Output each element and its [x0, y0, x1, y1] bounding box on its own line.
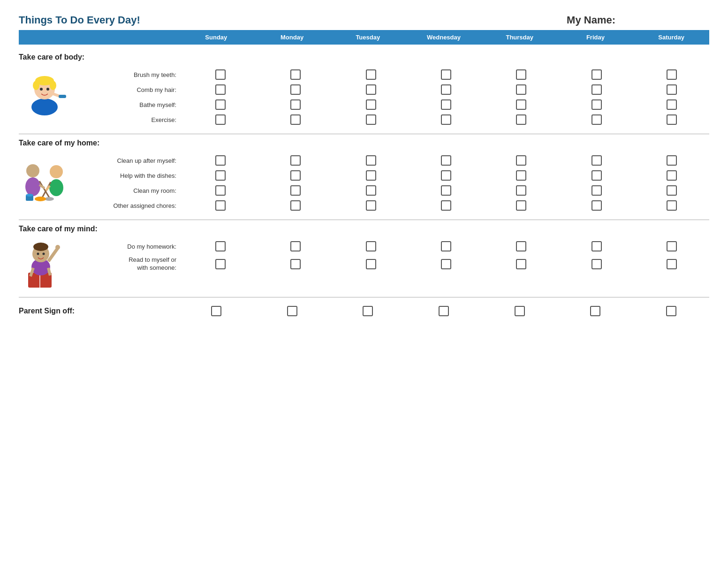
checkbox-homework-mon[interactable]	[258, 241, 333, 251]
checkbox-cleanup-thu[interactable]	[484, 155, 559, 166]
task-row-chores: Other assigned chores:	[75, 198, 709, 213]
checkbox-cleanroom-mon[interactable]	[258, 185, 333, 196]
checkbox-comb-hair-mon[interactable]	[258, 84, 333, 95]
checkbox-comb-hair-sun[interactable]	[183, 84, 258, 95]
checkbox-signoff-tue[interactable]	[330, 306, 406, 316]
checkbox-cleanroom-sat[interactable]	[634, 185, 709, 196]
checkbox-chores-tue[interactable]	[334, 200, 409, 211]
checkbox-homework-wed[interactable]	[409, 241, 484, 251]
checkbox-bathe-sun[interactable]	[183, 99, 258, 110]
checkbox-cleanup-sun[interactable]	[183, 155, 258, 166]
checkbox-comb-hair-thu[interactable]	[484, 84, 559, 95]
task-label-homework: Do my homework:	[75, 243, 183, 250]
checkbox-brush-teeth-fri[interactable]	[559, 69, 634, 80]
checkbox-signoff-thu[interactable]	[482, 306, 558, 316]
checkbox-cleanroom-tue[interactable]	[334, 185, 409, 196]
checkbox-cleanroom-wed[interactable]	[409, 185, 484, 196]
checkbox-cleanup-fri[interactable]	[559, 155, 634, 166]
checkbox-chores-wed[interactable]	[409, 200, 484, 211]
checkbox-chores-thu[interactable]	[484, 200, 559, 211]
checkbox-dishes-sun[interactable]	[183, 170, 258, 181]
checkbox-homework-tue[interactable]	[334, 241, 409, 251]
checkbox-bathe-tue[interactable]	[334, 99, 409, 110]
checkbox-signoff-wed[interactable]	[406, 306, 482, 316]
svg-point-13	[26, 164, 39, 177]
task-label-read: Read to myself orwith someone:	[75, 256, 183, 272]
checkbox-comb-hair-wed[interactable]	[409, 84, 484, 95]
checkbox-comb-hair-fri[interactable]	[559, 84, 634, 95]
checkbox-exercise-sat[interactable]	[634, 114, 709, 125]
day-header-sunday: Sunday	[178, 32, 254, 43]
svg-point-0	[31, 99, 58, 115]
checkbox-dishes-mon[interactable]	[258, 170, 333, 181]
checkbox-cleanup-tue[interactable]	[334, 155, 409, 166]
checkbox-read-mon[interactable]	[258, 259, 333, 269]
checkbox-chores-fri[interactable]	[559, 200, 634, 211]
checkbox-homework-thu[interactable]	[484, 241, 559, 251]
checkbox-brush-teeth-sun[interactable]	[183, 69, 258, 80]
checkbox-chores-sun[interactable]	[183, 200, 258, 211]
checkbox-brush-teeth-tue[interactable]	[334, 69, 409, 80]
mind-icon	[19, 239, 70, 290]
checkbox-dishes-thu[interactable]	[484, 170, 559, 181]
checkbox-dishes-fri[interactable]	[559, 170, 634, 181]
checkbox-bathe-sat[interactable]	[634, 99, 709, 110]
checkbox-comb-hair-sat[interactable]	[634, 84, 709, 95]
task-label-bathe: Bathe myself:	[75, 101, 183, 108]
checkbox-chores-mon[interactable]	[258, 200, 333, 211]
checkbox-exercise-sun[interactable]	[183, 114, 258, 125]
checkbox-brush-teeth-wed[interactable]	[409, 69, 484, 80]
task-row-bathe: Bathe myself:	[75, 97, 709, 112]
svg-line-22	[46, 186, 50, 190]
checkbox-brush-teeth-sat[interactable]	[634, 69, 709, 80]
checkbox-cleanup-wed[interactable]	[409, 155, 484, 166]
section-home-content: Clean up after myself: Help with the dis…	[19, 153, 709, 213]
checkbox-bathe-mon[interactable]	[258, 99, 333, 110]
checkbox-read-thu[interactable]	[484, 259, 559, 269]
checkbox-dishes-wed[interactable]	[409, 170, 484, 181]
home-icon	[19, 153, 70, 205]
svg-point-21	[35, 197, 46, 201]
checkbox-read-wed[interactable]	[409, 259, 484, 269]
checkbox-homework-fri[interactable]	[559, 241, 634, 251]
section-body: Take care of body:	[19, 53, 709, 127]
divider-2	[19, 220, 709, 220]
parent-signoff-row: Parent Sign off:	[19, 302, 709, 320]
checkbox-exercise-wed[interactable]	[409, 114, 484, 125]
checkbox-brush-teeth-thu[interactable]	[484, 69, 559, 80]
checkbox-signoff-fri[interactable]	[558, 306, 634, 316]
checkbox-exercise-fri[interactable]	[559, 114, 634, 125]
checkbox-cleanroom-sun[interactable]	[183, 185, 258, 196]
checkbox-cleanup-mon[interactable]	[258, 155, 333, 166]
task-label-chores: Other assigned chores:	[75, 202, 183, 209]
checkbox-cleanroom-fri[interactable]	[559, 185, 634, 196]
task-row-read: Read to myself orwith someone:	[75, 254, 709, 274]
checkbox-signoff-sun[interactable]	[178, 306, 254, 316]
checkbox-signoff-sat[interactable]	[633, 306, 709, 316]
checkbox-bathe-thu[interactable]	[484, 99, 559, 110]
checkbox-bathe-fri[interactable]	[559, 99, 634, 110]
checkbox-exercise-mon[interactable]	[258, 114, 333, 125]
task-row-homework: Do my homework:	[75, 239, 709, 254]
checkbox-cleanup-sat[interactable]	[634, 155, 709, 166]
my-name-label: My Name:	[567, 14, 615, 26]
checkbox-chores-sat[interactable]	[634, 200, 709, 211]
checkbox-read-fri[interactable]	[559, 259, 634, 269]
task-row-dishes: Help with the dishes:	[75, 168, 709, 183]
checkbox-homework-sun[interactable]	[183, 241, 258, 251]
checkbox-read-sun[interactable]	[183, 259, 258, 269]
checkbox-bathe-wed[interactable]	[409, 99, 484, 110]
checkbox-exercise-tue[interactable]	[334, 114, 409, 125]
checkbox-comb-hair-tue[interactable]	[334, 84, 409, 95]
checkbox-signoff-mon[interactable]	[254, 306, 330, 316]
checkbox-exercise-thu[interactable]	[484, 114, 559, 125]
checkbox-dishes-tue[interactable]	[334, 170, 409, 181]
checkbox-dishes-sat[interactable]	[634, 170, 709, 181]
svg-line-30	[48, 248, 58, 261]
checkbox-cleanroom-thu[interactable]	[484, 185, 559, 196]
checkbox-homework-sat[interactable]	[634, 241, 709, 251]
checkbox-brush-teeth-mon[interactable]	[258, 69, 333, 80]
checkbox-read-sat[interactable]	[634, 259, 709, 269]
body-icon	[19, 67, 70, 119]
checkbox-read-tue[interactable]	[334, 259, 409, 269]
